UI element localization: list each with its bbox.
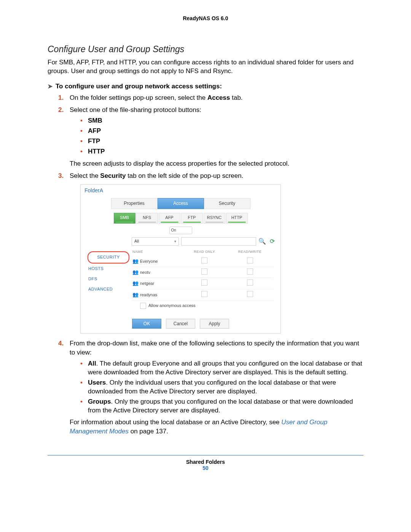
sidenav-security[interactable]: SECURITY — [88, 251, 129, 263]
protocol-tabs: SMB NFS AFP FTP RSYNC HTTP — [81, 213, 280, 226]
checkbox[interactable] — [247, 291, 253, 297]
protocol-afp: AFP — [88, 127, 101, 134]
ptab-rsync[interactable]: RSYNC — [204, 213, 225, 223]
group-icon: 👥 — [132, 280, 139, 286]
on-off-toggle[interactable]: On — [169, 227, 192, 234]
sidenav-dfs[interactable]: DFS — [88, 274, 129, 284]
options-list: All. The default group Everyone and all … — [80, 359, 363, 415]
refresh-icon[interactable]: ⟳ — [268, 237, 276, 246]
table-row: 👥neotv — [132, 267, 274, 278]
doc-header: ReadyNAS OS 6.0 — [48, 15, 363, 21]
anon-row: Allow anonymous access — [132, 300, 276, 309]
group-icon: 👥 — [132, 258, 139, 264]
step-1: On the folder settings pop-up screen, se… — [58, 93, 363, 102]
ptab-ftp[interactable]: FTP — [181, 213, 203, 223]
tab-security[interactable]: Security — [204, 198, 250, 209]
ptab-smb[interactable]: SMB — [114, 213, 135, 223]
checkbox[interactable] — [247, 280, 253, 286]
step-3: Select the Security tab on the left side… — [58, 171, 363, 334]
footer-divider — [48, 455, 363, 455]
ptab-afp[interactable]: AFP — [159, 213, 180, 223]
col-name: NAME — [132, 248, 183, 256]
chevron-down-icon: ▾ — [174, 239, 176, 244]
protocol-http: HTTP — [88, 148, 105, 155]
tab-properties[interactable]: Properties — [111, 198, 158, 209]
intro-paragraph: For SMB, AFP, FTP, and HTTP, you can con… — [48, 58, 363, 76]
checkbox[interactable] — [201, 268, 207, 275]
side-nav: SECURITY HOSTS DFS ADVANCED — [85, 251, 132, 295]
sidenav-hosts[interactable]: HOSTS — [88, 264, 129, 274]
step4-note: For information about using the local da… — [70, 418, 363, 436]
step2-after: The screen adjusts to display the access… — [70, 159, 363, 168]
sidenav-advanced[interactable]: ADVANCED — [88, 284, 129, 294]
protocol-list: SMB AFP FTP HTTP — [80, 117, 363, 156]
ptab-nfs[interactable]: NFS — [136, 213, 158, 223]
cancel-button[interactable]: Cancel — [166, 319, 195, 329]
group-icon: 👥 — [132, 292, 139, 297]
procedure-heading: To configure user and group network acce… — [56, 83, 222, 90]
table-row: 👥netgear — [132, 278, 274, 289]
col-readwrite: READ/WRITE — [226, 248, 274, 256]
page-number: 50 — [48, 465, 363, 471]
col-readonly: READ ONLY — [183, 248, 226, 256]
checkbox[interactable] — [201, 280, 207, 286]
search-icon[interactable]: 🔍 — [258, 237, 266, 246]
step-4: From the drop-down list, make one of the… — [58, 339, 363, 436]
checkbox[interactable] — [247, 257, 253, 264]
step-2: Select one of the file-sharing protocol … — [58, 105, 363, 168]
protocol-ftp: FTP — [88, 137, 100, 145]
footer-section: Shared Folders — [48, 459, 363, 465]
apply-button[interactable]: Apply — [200, 319, 229, 329]
search-input[interactable] — [181, 237, 256, 246]
group-icon: 👥 — [132, 269, 139, 275]
checkbox[interactable] — [247, 268, 253, 275]
folder-title: FolderA — [81, 185, 280, 197]
section-title: Configure User and Group Settings — [48, 44, 363, 54]
permissions-table: NAME READ ONLY READ/WRITE 👥Everyone 👥neo… — [132, 248, 274, 300]
table-row: 👥Everyone — [132, 256, 274, 267]
ptab-http[interactable]: HTTP — [226, 213, 248, 223]
ok-button[interactable]: OK — [132, 319, 161, 329]
tab-access[interactable]: Access — [158, 198, 204, 209]
chevron-right-icon: ➤ — [48, 83, 53, 90]
filter-dropdown[interactable]: All ▾ — [132, 237, 179, 246]
table-row: 👥readynas — [132, 289, 274, 300]
checkbox[interactable] — [201, 291, 207, 297]
screenshot-panel: FolderA Properties Access Security SMB N… — [80, 184, 281, 334]
protocol-smb: SMB — [88, 117, 102, 124]
main-tabs: Properties Access Security — [81, 197, 280, 213]
anon-checkbox[interactable] — [140, 303, 146, 309]
checkbox[interactable] — [201, 257, 207, 264]
